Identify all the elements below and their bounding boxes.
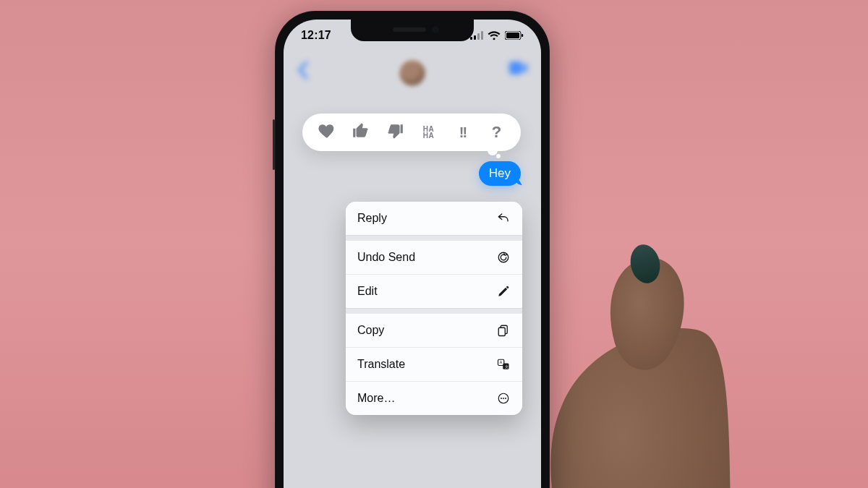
svg-rect-5: [506, 33, 519, 38]
tapback-question[interactable]: ?: [486, 121, 508, 143]
heart-icon: [318, 121, 336, 143]
svg-rect-3: [481, 31, 483, 40]
undo-icon: [496, 250, 511, 265]
battery-icon: [505, 31, 524, 40]
tapback-thumbs-up[interactable]: [350, 121, 372, 143]
pencil-icon: [496, 284, 511, 299]
thumbs-down-icon: [386, 121, 404, 143]
menu-label: Undo Send: [357, 251, 415, 264]
exclamation-icon: !!: [459, 124, 466, 141]
menu-copy[interactable]: Copy: [346, 313, 522, 347]
svg-point-18: [505, 398, 506, 399]
tapback-thumbs-down[interactable]: [384, 121, 406, 143]
more-ellipsis-icon: [496, 391, 511, 406]
translate-icon: A文: [496, 357, 511, 372]
svg-point-16: [501, 398, 502, 399]
status-time: 12:17: [301, 29, 331, 42]
tapback-emphasis[interactable]: !!: [452, 121, 474, 143]
svg-rect-1: [474, 35, 476, 40]
tapback-bar: HA HA !! ?: [302, 114, 521, 151]
status-right: [470, 31, 524, 40]
context-menu: Reply Undo Send Edit Copy: [346, 202, 522, 415]
message-text: Hey: [489, 166, 511, 180]
wifi-icon: [488, 31, 501, 40]
reply-arrow-icon: [496, 211, 511, 226]
svg-rect-6: [522, 34, 523, 37]
svg-rect-0: [470, 37, 472, 40]
menu-separator: [346, 235, 522, 240]
copy-icon: [496, 323, 511, 338]
phone-screen: 12:17: [284, 20, 541, 488]
menu-undo-send[interactable]: Undo Send: [346, 240, 522, 274]
message-bubble[interactable]: Hey: [479, 161, 521, 186]
iphone-frame: 12:17: [275, 11, 550, 488]
svg-point-8: [498, 252, 509, 262]
menu-label: Edit: [357, 285, 378, 298]
menu-translate[interactable]: Translate A文: [346, 347, 522, 381]
tapback-haha[interactable]: HA HA: [418, 121, 440, 143]
thumbs-up-icon: [352, 121, 370, 143]
menu-edit[interactable]: Edit: [346, 274, 522, 308]
menu-label: Copy: [357, 324, 384, 337]
haha-text-bottom: HA: [423, 132, 434, 139]
svg-text:文: 文: [505, 364, 509, 369]
menu-reply[interactable]: Reply: [346, 202, 522, 235]
svg-text:A: A: [500, 360, 503, 364]
notch: [351, 20, 474, 41]
haha-icon: HA HA: [423, 126, 434, 139]
menu-label: Translate: [357, 358, 405, 371]
tapback-heart[interactable]: [316, 121, 338, 143]
menu-separator: [346, 308, 522, 313]
menu-label: Reply: [357, 212, 387, 225]
svg-point-19: [627, 241, 663, 286]
svg-rect-10: [498, 328, 505, 335]
svg-rect-2: [477, 33, 480, 40]
question-icon: ?: [492, 123, 501, 142]
menu-more[interactable]: More…: [346, 381, 522, 415]
svg-point-17: [503, 398, 504, 399]
menu-label: More…: [357, 392, 395, 405]
